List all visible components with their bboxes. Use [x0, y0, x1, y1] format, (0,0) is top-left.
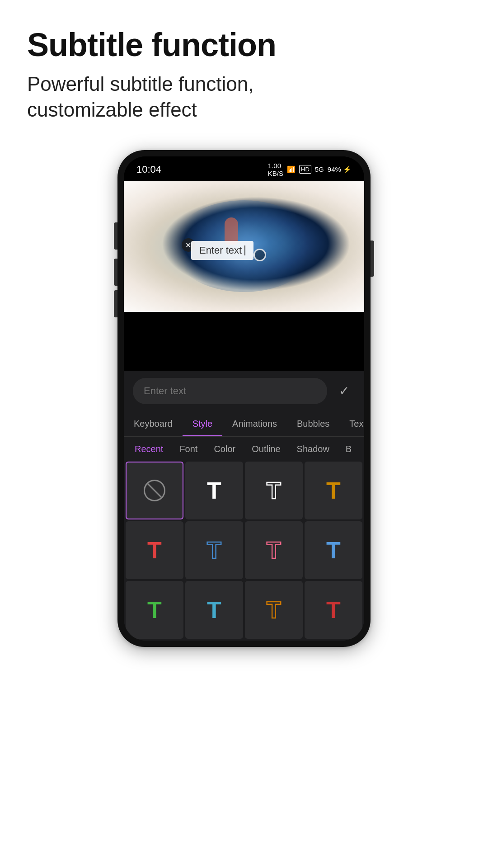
t-cyan: T	[207, 598, 221, 622]
t-blue-outline: T	[207, 538, 221, 562]
battery-icon: 94% ⚡	[328, 165, 352, 174]
style-cell-pink-outline[interactable]: T	[245, 521, 303, 579]
t-orange-outline: T	[267, 598, 281, 622]
style-cell-red[interactable]: T	[126, 521, 183, 579]
text-input-row: ✓	[124, 371, 364, 411]
tab-bar: Keyboard Style Animations Bubbles Text a…	[124, 411, 364, 437]
phone-wrapper: 10:04 1.00KB/S 📶 HD 5G 94% ⚡ ✕ Enter tex…	[0, 141, 488, 647]
sub-tab-font[interactable]: Font	[176, 442, 201, 456]
tab-keyboard[interactable]: Keyboard	[124, 411, 183, 436]
t-outline-white: T	[267, 479, 281, 502]
style-cell-red2[interactable]: T	[305, 581, 362, 639]
status-bar: 10:04 1.00KB/S 📶 HD 5G 94% ⚡	[124, 156, 364, 181]
tab-animations[interactable]: Animations	[222, 411, 287, 436]
sub-tab-b[interactable]: B	[342, 442, 355, 456]
style-cell-blue-outline[interactable]: T	[185, 521, 243, 579]
wifi-icon: 📶	[287, 165, 296, 174]
network-speed-icon: 1.00KB/S	[268, 162, 283, 177]
video-text-overlay[interactable]: Enter text	[191, 241, 253, 260]
status-time: 10:04	[136, 164, 161, 175]
t-blue-solid: T	[326, 538, 341, 562]
phone-mockup: 10:04 1.00KB/S 📶 HD 5G 94% ⚡ ✕ Enter tex…	[117, 150, 371, 647]
no-style-icon	[144, 480, 165, 501]
tab-text-art[interactable]: Text ar	[339, 411, 364, 436]
status-icons: 1.00KB/S 📶 HD 5G 94% ⚡	[268, 162, 352, 177]
sub-tab-recent[interactable]: Recent	[131, 442, 167, 456]
overlay-text: Enter text	[199, 245, 242, 256]
below-video-area	[124, 312, 364, 371]
sub-tab-shadow[interactable]: Shadow	[293, 442, 333, 456]
confirm-button[interactable]: ✓	[333, 380, 355, 402]
t-green: T	[147, 598, 162, 622]
page-subtitle: Powerful subtitle function,customizable …	[27, 71, 461, 123]
t-red: T	[147, 538, 162, 562]
t-gold: T	[326, 479, 341, 502]
t-pink-outline: T	[267, 538, 281, 562]
style-cell-orange-outline[interactable]: T	[245, 581, 303, 639]
sub-tab-outline[interactable]: Outline	[248, 442, 284, 456]
page-title: Subtitle function	[27, 27, 461, 63]
style-grid: T T T T T T	[124, 460, 364, 641]
text-cursor	[244, 245, 245, 255]
t-plain-white: T	[207, 479, 221, 502]
page-header: Subtitle function Powerful subtitle func…	[0, 0, 488, 141]
video-area: ✕ Enter text	[124, 181, 364, 312]
sub-tab-color[interactable]: Color	[210, 442, 239, 456]
style-cell-gold[interactable]: T	[305, 462, 362, 519]
tab-style[interactable]: Style	[183, 411, 222, 436]
t-red2: T	[326, 598, 341, 622]
bottom-panel: ✓ Keyboard Style Animations Bubbles Text…	[124, 371, 364, 641]
style-cell-green[interactable]: T	[126, 581, 183, 639]
signal-icon: 5G	[315, 165, 324, 173]
hd-badge: HD	[299, 165, 311, 174]
style-cell-no-style[interactable]	[126, 462, 183, 519]
style-cell-blue-solid[interactable]: T	[305, 521, 362, 579]
phone-inner: 10:04 1.00KB/S 📶 HD 5G 94% ⚡ ✕ Enter tex…	[124, 156, 364, 641]
text-input[interactable]	[133, 378, 327, 404]
tab-bubbles[interactable]: Bubbles	[287, 411, 339, 436]
style-cell-plain-white[interactable]: T	[185, 462, 243, 519]
sub-tab-bar: Recent Font Color Outline Shadow B	[124, 437, 364, 460]
style-cell-outline-white[interactable]: T	[245, 462, 303, 519]
style-cell-cyan[interactable]: T	[185, 581, 243, 639]
